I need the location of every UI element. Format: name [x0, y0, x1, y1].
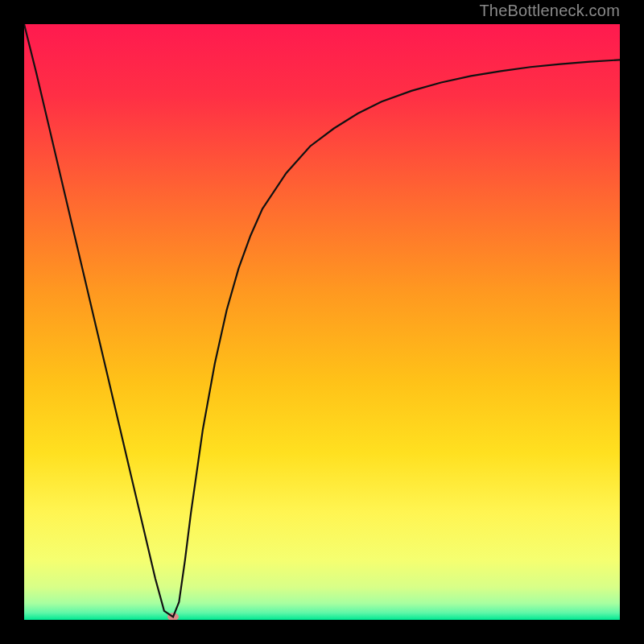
curve-layer	[24, 24, 620, 620]
bottleneck-curve	[24, 24, 620, 617]
watermark-text: TheBottleneck.com	[479, 2, 620, 20]
chart-frame: TheBottleneck.com	[0, 0, 644, 644]
plot-area	[24, 24, 620, 620]
